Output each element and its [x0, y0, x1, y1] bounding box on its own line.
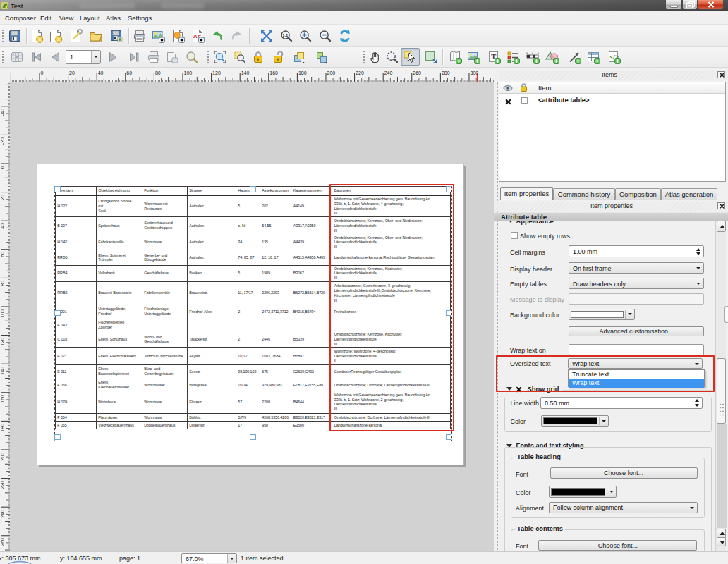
svg-text:A: A: [193, 33, 198, 39]
svg-text:1:1: 1:1: [283, 33, 289, 37]
